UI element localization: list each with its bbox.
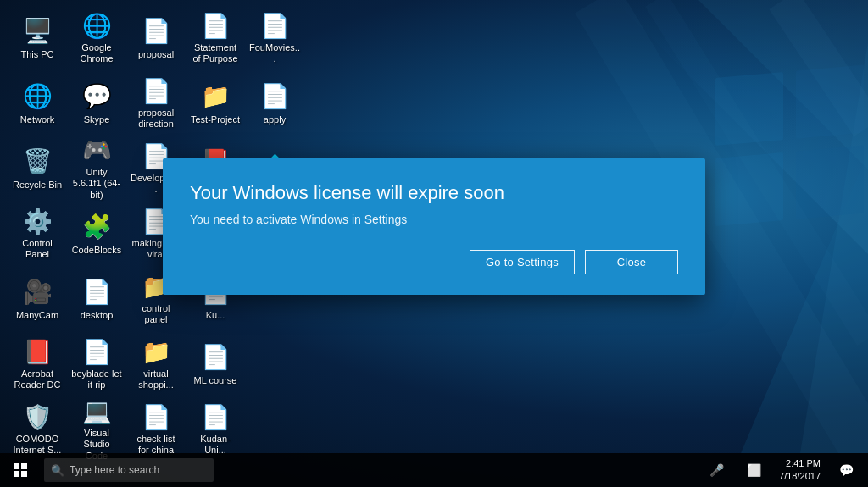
- taskbar: 🔍 Type here to search 🎤 ⬜ 2:41 PM 7/18/2…: [0, 453, 868, 487]
- svg-rect-12: [21, 463, 27, 469]
- close-button[interactable]: Close: [585, 250, 678, 274]
- clock-time: 2:41 PM: [786, 457, 821, 470]
- go-to-settings-button[interactable]: Go to Settings: [470, 250, 575, 274]
- start-button[interactable]: [0, 453, 41, 487]
- search-bar[interactable]: 🔍 Type here to search: [44, 458, 214, 482]
- svg-rect-13: [14, 471, 19, 477]
- modal-buttons: Go to Settings Close: [190, 250, 678, 274]
- svg-rect-14: [21, 471, 27, 477]
- modal-subtitle: You need to activate Windows in Settings: [190, 213, 678, 226]
- clock-date: 7/18/2017: [779, 470, 821, 483]
- modal-title: Your Windows license will expire soon: [190, 182, 678, 204]
- taskbar-clock[interactable]: 2:41 PM 7/18/2017: [776, 457, 824, 484]
- search-icon: 🔍: [51, 464, 64, 477]
- search-placeholder: Type here to search: [70, 464, 159, 476]
- notifications-icon[interactable]: 💬: [831, 453, 861, 487]
- taskbar-right: 🎤 ⬜ 2:41 PM 7/18/2017 💬: [701, 453, 868, 487]
- desktop: 🖥️ This PC 🌐 Google Chrome 📄 proposal 📄 …: [0, 0, 868, 487]
- microphone-icon[interactable]: 🎤: [701, 453, 732, 487]
- task-view-icon[interactable]: ⬜: [738, 453, 769, 487]
- windows-license-dialog: Your Windows license will expire soon Yo…: [163, 158, 705, 295]
- windows-logo-icon: [14, 463, 27, 477]
- svg-rect-11: [14, 463, 19, 469]
- modal-overlay: Your Windows license will expire soon Yo…: [0, 0, 868, 453]
